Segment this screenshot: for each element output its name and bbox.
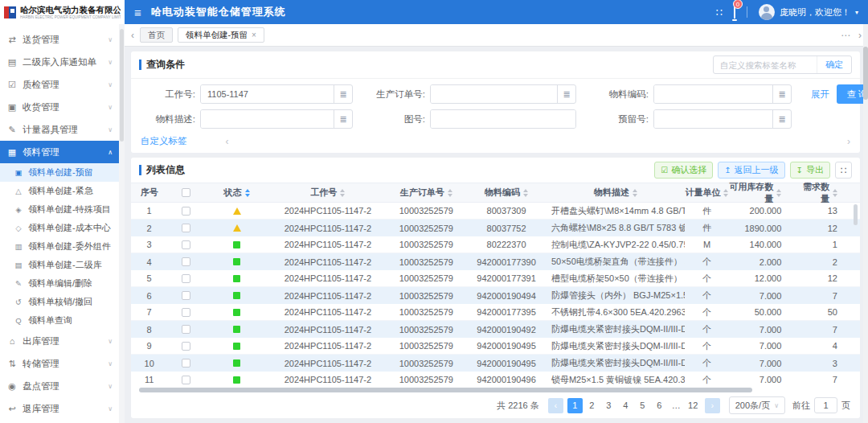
table-horizontal-scroll-thumb[interactable] (139, 388, 752, 392)
table-row[interactable]: 72024HPC1105-1147-2100032525799420001773… (131, 304, 860, 321)
sidebar-subitem-create-secondary-store[interactable]: ▤领料单创建-二级库 (0, 256, 119, 274)
table-row[interactable]: 52024HPC1105-1147-2100032525799420001773… (131, 270, 860, 287)
field-input-reserve-no[interactable] (654, 110, 772, 128)
select-all-checkbox[interactable] (182, 188, 190, 197)
confirm-selection-button[interactable]: ☑确认选择 (654, 162, 713, 179)
tag-confirm-button[interactable]: 确定 (817, 56, 851, 73)
sidebar-item-outbound[interactable]: ⌂出库管理∨ (0, 330, 119, 352)
field-input-material-desc[interactable] (201, 110, 334, 128)
sidebar-item-material-requisition[interactable]: ▦领料管理∧ (0, 141, 119, 163)
sidebar-scrollbar[interactable] (119, 24, 125, 423)
sidebar-subitem-query[interactable]: Q领料单查询 (0, 311, 119, 330)
tabs-more-icon[interactable]: ⋯ (841, 30, 850, 41)
column-header-material-desc[interactable]: 物料描述 (547, 187, 685, 199)
main-scroll-thumb[interactable] (863, 47, 868, 100)
column-header-available-qty[interactable]: 可用库存数量 (729, 183, 795, 205)
table-row[interactable]: 22024HPC1105-1147-21000325257980037752六角… (131, 220, 860, 236)
multi-value-list-icon[interactable]: ≣ (334, 110, 352, 128)
custom-tag-link[interactable]: 自定义标签 (141, 135, 187, 147)
close-icon[interactable]: × (252, 31, 256, 39)
sort-icon[interactable] (776, 189, 781, 197)
tags-scroll-right-icon[interactable]: › (847, 136, 850, 147)
sidebar-item-secondary-inbound-notice[interactable]: ▤二级库入库通知单∨ (0, 51, 119, 73)
notification-bell[interactable]: 0 (734, 5, 735, 19)
sidebar-subitem-create-urgent[interactable]: △领料单创建-紧急 (0, 182, 119, 200)
field-input-drawing-no[interactable] (431, 110, 575, 128)
sidebar-item-delivery[interactable]: ⇄送货管理∨ (0, 28, 119, 51)
page-size-select[interactable]: 200条/页 ∨ (729, 396, 785, 414)
main-scrollbar[interactable] (863, 24, 868, 423)
prev-page-button[interactable]: ‹ (548, 398, 563, 413)
sidebar-collapse-icon[interactable]: ≡ (134, 6, 141, 18)
table-row[interactable]: 102024HPC1105-1147-210003252579942000190… (131, 355, 860, 372)
sidebar-item-transfer[interactable]: ⇅转储管理∨ (0, 352, 119, 375)
sidebar-item-measuring-tools[interactable]: ✎计量器具管理∨ (0, 118, 119, 141)
back-previous-level-button[interactable]: ↥返回上一级 (718, 162, 784, 179)
sort-icon[interactable] (448, 189, 452, 197)
sidebar-subitem-create-special-project[interactable]: ◈领料单创建-特殊项目 (0, 200, 119, 219)
field-input-order-no[interactable] (431, 85, 557, 103)
column-header-work-no[interactable]: 工作号 (269, 187, 386, 199)
sort-icon[interactable] (633, 189, 637, 197)
table-row[interactable]: 92024HPC1105-1147-2100032525799420001904… (131, 338, 860, 355)
table-vertical-scroll-thumb[interactable] (854, 204, 858, 225)
row-checkbox[interactable] (182, 274, 190, 283)
multi-value-list-icon[interactable]: ≣ (772, 85, 791, 103)
tabs-next-icon[interactable]: › (858, 30, 862, 41)
page-ellipsis[interactable]: … (669, 398, 684, 413)
page-number-6[interactable]: 6 (652, 398, 667, 413)
table-row[interactable]: 82024HPC1105-1147-2100032525799420001904… (131, 321, 860, 338)
user-menu[interactable]: 庞晓明，欢迎您！ ▾ (759, 4, 858, 20)
multi-value-list-icon[interactable]: ≣ (772, 110, 791, 128)
tab-home[interactable]: 首页 (140, 27, 173, 43)
column-header-select[interactable] (167, 188, 203, 197)
page-number-3[interactable]: 3 (601, 398, 616, 413)
row-checkbox[interactable] (182, 308, 190, 317)
sidebar-item-receiving[interactable]: ▣收货管理∨ (0, 96, 119, 118)
tabs-prev-icon[interactable]: ‹ (131, 30, 134, 41)
table-row[interactable]: 12024HPC1105-1147-21000325257980037309开槽… (131, 203, 860, 220)
sort-icon[interactable] (340, 189, 345, 197)
custom-tag-search-input[interactable] (714, 60, 817, 70)
field-input-work-no[interactable] (201, 85, 334, 103)
sidebar-subitem-writeoff-withdraw[interactable]: ↺领料单核销/撤回 (0, 293, 119, 311)
fullscreen-icon[interactable]: ∷ (716, 6, 723, 18)
sort-icon[interactable] (523, 189, 528, 197)
table-horizontal-scrollbar[interactable] (139, 388, 852, 393)
column-header-unit[interactable]: 计量单位 (685, 187, 728, 199)
sort-icon[interactable] (245, 189, 250, 197)
page-number-2[interactable]: 2 (584, 398, 600, 413)
row-checkbox[interactable] (182, 207, 190, 216)
row-checkbox[interactable] (182, 325, 190, 334)
next-page-button[interactable]: › (705, 398, 720, 413)
column-header-material-code[interactable]: 物料编码 (466, 187, 547, 199)
row-checkbox[interactable] (182, 224, 190, 232)
page-number-5[interactable]: 5 (635, 398, 650, 413)
sort-icon[interactable] (833, 189, 837, 197)
table-row[interactable]: 32024HPC1105-1147-21000325257980222370控制… (131, 236, 860, 253)
expand-link[interactable]: 展开 (811, 88, 829, 101)
sidebar-subitem-create-reserve[interactable]: ▣领料单创建-预留 (0, 163, 119, 182)
sidebar-scroll-thumb[interactable] (120, 29, 124, 142)
multi-value-list-icon[interactable]: ≣ (334, 85, 352, 103)
row-checkbox[interactable] (182, 291, 190, 300)
goto-page-input[interactable] (814, 397, 837, 413)
column-header-status[interactable]: 状态 (204, 187, 270, 199)
table-row[interactable]: 42024HPC1105-1147-2100032525799420001773… (131, 253, 860, 270)
page-number-12[interactable]: 12 (686, 398, 701, 413)
column-settings-button[interactable]: ∷ (835, 162, 852, 179)
row-checkbox[interactable] (182, 240, 190, 249)
sidebar-item-quality-inspection[interactable]: ☑质检管理∨ (0, 73, 119, 96)
multi-value-list-icon[interactable]: ≣ (557, 85, 575, 103)
row-checkbox[interactable] (182, 376, 190, 384)
row-checkbox[interactable] (182, 342, 190, 351)
field-input-material-code[interactable] (654, 85, 772, 103)
page-number-1[interactable]: 1 (567, 398, 583, 413)
sidebar-subitem-edit-delete[interactable]: ✎领料单编辑/删除 (0, 274, 119, 293)
sort-icon[interactable] (723, 189, 728, 197)
sidebar-subitem-create-outsourced-parts[interactable]: ▥领料单创建-委外组件 (0, 237, 119, 256)
sidebar-item-stocktake[interactable]: ◉盘点管理∨ (0, 375, 119, 397)
export-button[interactable]: ↧导出 (790, 162, 830, 179)
sidebar-subitem-create-cost-center[interactable]: ◇领料单创建-成本中心 (0, 219, 119, 237)
table-row[interactable]: 112024HPC1105-1147-210003252579942000190… (131, 372, 860, 387)
